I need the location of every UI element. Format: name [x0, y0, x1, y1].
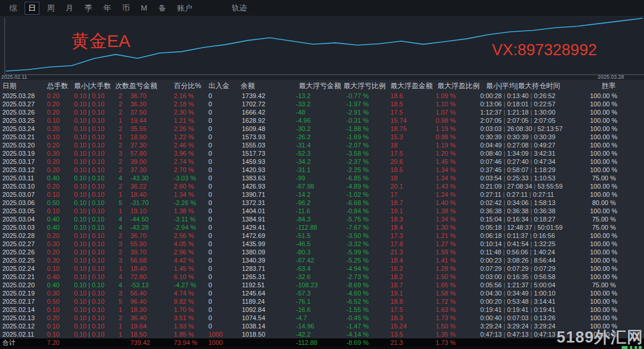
table-row[interactable]: 2025.02.140.100.10 | 0.10118.301.70 %010…: [0, 306, 644, 314]
cell-balance: 1384.91: [236, 215, 279, 223]
cell-count: 2: [115, 157, 129, 166]
cell-max-float-profit-pct: 1.34 %: [427, 166, 477, 174]
cell-hold-time: 0:03:03 | 26:08:30 | 52:13:57: [477, 125, 590, 133]
cell-date: 2025.02.11: [0, 330, 47, 338]
cell-max-float-profit: 20.6: [378, 157, 427, 166]
cell-percent: 2.18 %: [167, 100, 207, 108]
cell-percent: -4.27 %: [167, 281, 207, 289]
table-row[interactable]: 2025.03.280.200.10 | 0.10236.702.16 %017…: [0, 92, 644, 100]
cell-pnl: 18.90: [129, 133, 167, 141]
cell-count: 5: [115, 297, 129, 306]
cell-in-out: 0: [207, 297, 236, 306]
cell-max-float-profit-pct: 1.59 %: [427, 248, 477, 256]
cell-min-max-lots: 0.10 | 0.10: [74, 256, 115, 264]
cell-max-float-loss-pct: -4.14 %: [329, 330, 378, 338]
cell-percent: 2.26 %: [167, 125, 207, 133]
cell-max-float-profit: 18.7: [378, 199, 427, 207]
cell-total-lots: 0.10: [47, 133, 74, 141]
cell-date: 2025.03.10: [0, 182, 47, 190]
cell-date: 2025.03.25: [0, 116, 47, 125]
table-row[interactable]: 2025.02.210.400.10 | 0.10472.806.10 %012…: [0, 273, 644, 281]
table-row[interactable]: 2025.03.170.200.10 | 0.10239.002.74 %014…: [0, 157, 644, 166]
cell-max-float-loss-pct: -1.97 %: [329, 100, 378, 108]
cell-total-lots: 0.20: [47, 182, 74, 190]
table-row[interactable]: 2025.02.250.300.10 | 0.10356.684.42 %013…: [0, 256, 644, 264]
menu-tab-daily[interactable]: 日: [25, 2, 39, 15]
table-row[interactable]: 2025.03.050.100.10 | 0.10119.101.38 %014…: [0, 207, 644, 215]
table-row[interactable]: 2025.02.260.200.10 | 0.10239.702.96 %013…: [0, 248, 644, 256]
cell-date: 2025.02.25: [0, 256, 47, 264]
cell-in-out: 0: [207, 116, 236, 125]
cell-count: 2: [115, 125, 129, 133]
cell-in-out: 0: [207, 92, 236, 100]
table-row[interactable]: 2025.02.190.300.10 | 0.10356.404.74 %012…: [0, 289, 644, 297]
menu-tab-currency[interactable]: 币: [119, 2, 133, 15]
table-row[interactable]: 2025.02.200.400.10 | 0.104-53.13-4.27 %0…: [0, 281, 644, 289]
table-row[interactable]: 2025.02.170.500.10 | 0.10596.408.82 %011…: [0, 297, 644, 306]
cell-balance: 1018.50: [236, 330, 279, 338]
cell-win-rate: 75.00 %: [590, 215, 644, 223]
menu-tab-yearly[interactable]: 年: [100, 2, 114, 15]
menu-tab-account[interactable]: 账户: [174, 2, 196, 15]
menu-bar: 综日周月季年币M备账户 轨迹: [0, 0, 644, 16]
table-row[interactable]: 2025.03.270.200.10 | 0.10236.302.18 %017…: [0, 100, 644, 108]
cell-total-lots: 0.20: [47, 100, 74, 108]
total-count: [115, 338, 129, 347]
table-row[interactable]: 2025.03.250.100.10 | 0.10119.441.21 %016…: [0, 116, 644, 125]
table-row[interactable]: 2025.03.040.400.10 | 0.104-44.50-3.11 %0…: [0, 215, 644, 223]
cell-percent: 4.74 %: [167, 289, 207, 297]
cell-win-rate: 75.00 %: [590, 223, 644, 231]
menu-tab-summary[interactable]: 综: [6, 2, 21, 15]
table-row[interactable]: 2025.02.240.100.10 | 0.10118.401.45 %012…: [0, 264, 644, 273]
cell-max-float-profit-pct: 0.98 %: [427, 116, 477, 125]
cell-count: 5: [115, 199, 129, 207]
table-row[interactable]: 2025.03.200.200.10 | 0.10237.302.46 %015…: [0, 141, 644, 149]
cell-hold-time: 0:06:18 | 0:11:37 | 0:16:56: [477, 231, 590, 240]
table-row[interactable]: 2025.02.120.100.10 | 0.10119.641.93 %010…: [0, 322, 644, 330]
cell-max-float-loss: -99: [279, 174, 329, 182]
cell-hold-time: 0:05:56 | 1:21:37 | 5:00:04: [477, 281, 590, 289]
table-row[interactable]: 2025.03.070.100.10 | 0.10118.401.34 %013…: [0, 190, 644, 199]
cell-percent: 1.22 %: [167, 133, 207, 141]
table-row[interactable]: 2025.03.240.200.10 | 0.10235.552.26 %016…: [0, 125, 644, 133]
cell-min-max-lots: 0.10 | 0.10: [74, 100, 115, 108]
cell-date: 2025.03.28: [0, 92, 47, 100]
table-row[interactable]: 2025.03.120.200.10 | 0.10237.302.70 %014…: [0, 166, 644, 174]
table-row[interactable]: 2025.02.280.200.10 | 0.10236.702.56 %014…: [0, 231, 644, 240]
table-row[interactable]: 2025.03.100.200.10 | 0.10236.222.60 %014…: [0, 182, 644, 190]
cell-balance: 1404.01: [236, 207, 279, 215]
menu-item-track[interactable]: 轨迹: [228, 2, 251, 15]
table-row[interactable]: 2025.02.130.200.10 | 0.10236.403.51 %010…: [0, 314, 644, 322]
cell-count: 2: [115, 314, 129, 322]
cell-total-lots: 0.50: [47, 199, 74, 207]
table-row[interactable]: 2025.03.110.400.10 | 0.104-43.30-3.03 %0…: [0, 174, 644, 182]
cell-max-float-loss: -46.5: [279, 240, 329, 248]
table-row[interactable]: 2025.02.110.100.10 | 0.10118.501.85 %100…: [0, 330, 644, 338]
menu-tab-notes[interactable]: 备: [155, 2, 170, 15]
cell-total-lots: 0.30: [47, 256, 74, 264]
cell-hold-time: 1:12:37 | 1:21:18 | 1:30:00: [477, 108, 590, 116]
menu-tab-monthly[interactable]: 月: [62, 2, 77, 15]
cell-max-float-profit: 18.75: [378, 125, 427, 133]
table-row[interactable]: 2025.03.190.300.10 | 0.10357.803.96 %015…: [0, 149, 644, 157]
table-row[interactable]: 2025.03.210.100.10 | 0.10118.901.22 %015…: [0, 133, 644, 141]
menu-tab-m[interactable]: M: [137, 2, 151, 14]
table-row[interactable]: 2025.02.270.300.10 | 0.10355.904.05 %014…: [0, 240, 644, 248]
cell-max-float-loss: -52.3: [279, 149, 329, 157]
table-row[interactable]: 2025.03.260.200.10 | 0.10237.502.30 %016…: [0, 108, 644, 116]
cell-percent: 1.70 %: [167, 306, 207, 314]
table-row[interactable]: 2025.03.060.500.10 | 0.105-31.70-2.26 %0…: [0, 199, 644, 207]
cell-win-rate: 100.00 %: [590, 190, 644, 199]
cell-max-float-profit: 17: [378, 190, 427, 199]
table-row[interactable]: 2025.03.030.400.10 | 0.104-43.28-2.94 %0…: [0, 223, 644, 231]
cell-count: 3: [115, 149, 129, 157]
cell-count: 2: [115, 248, 129, 256]
cell-max-float-loss: -16.6: [279, 306, 329, 314]
cell-min-max-lots: 0.10 | 0.10: [74, 166, 115, 174]
menu-tab-quarterly[interactable]: 季: [81, 2, 96, 15]
cell-date: 2025.02.21: [0, 273, 47, 281]
cell-date: 2025.03.21: [0, 133, 47, 141]
cell-hold-time: 0:00:20 | 0:53:48 | 3:14:41: [477, 297, 590, 306]
menu-tab-weekly[interactable]: 周: [43, 2, 58, 15]
cell-max-float-profit-pct: 1.40 %: [427, 199, 477, 207]
